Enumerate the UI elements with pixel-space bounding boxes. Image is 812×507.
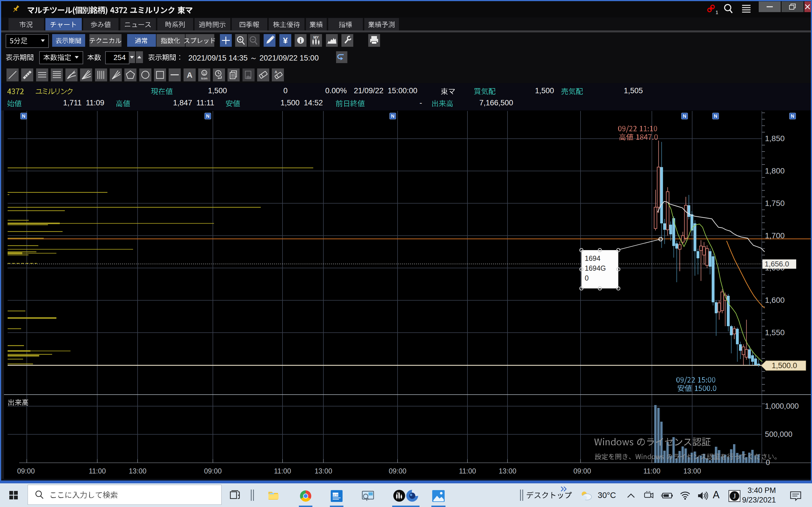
svg-text:i: i <box>300 37 301 44</box>
svg-text:13:00: 13:00 <box>683 467 701 475</box>
svg-text:A: A <box>187 71 192 79</box>
svg-text:0: 0 <box>766 458 770 467</box>
svg-text:N: N <box>206 114 209 119</box>
svg-text:N: N <box>22 114 26 119</box>
svg-text:13:00: 13:00 <box>499 467 516 475</box>
svg-text:09:00: 09:00 <box>389 467 407 475</box>
svg-text:1: 1 <box>716 10 718 15</box>
svg-text:N: N <box>791 114 794 119</box>
svg-text:1,600: 1,600 <box>765 296 784 304</box>
svg-text:11:00: 11:00 <box>459 467 476 475</box>
svg-text:J: J <box>733 492 736 500</box>
svg-text:¥: ¥ <box>283 36 288 45</box>
svg-text:1,700: 1,700 <box>765 231 784 240</box>
svg-text:0: 0 <box>585 274 589 282</box>
svg-text:1,850: 1,850 <box>765 134 784 143</box>
svg-text:1,500.0: 1,500.0 <box>772 361 797 370</box>
svg-text:N: N <box>683 114 686 119</box>
svg-text:09:00: 09:00 <box>17 467 35 475</box>
svg-text:N: N <box>391 114 395 119</box>
svg-text:500,000: 500,000 <box>765 430 793 439</box>
svg-text:1,000,000: 1,000,000 <box>765 402 799 410</box>
svg-text:09:00: 09:00 <box>573 467 591 475</box>
svg-text:11:00: 11:00 <box>274 467 291 475</box>
svg-text:icon: icon <box>201 76 207 80</box>
svg-text:09:00: 09:00 <box>204 467 222 475</box>
svg-text:N: N <box>714 114 717 119</box>
svg-text:1,800: 1,800 <box>765 166 784 175</box>
svg-text:12:00: 12:00 <box>333 494 339 496</box>
svg-text:11:00: 11:00 <box>89 467 106 475</box>
svg-text:11:00: 11:00 <box>644 467 661 475</box>
svg-text:13:00: 13:00 <box>129 467 147 475</box>
svg-text:1694G: 1694G <box>585 264 606 272</box>
svg-text:1,550: 1,550 <box>765 328 784 337</box>
svg-text:13:00: 13:00 <box>315 467 333 475</box>
svg-text:1,750: 1,750 <box>765 199 784 208</box>
svg-text:1,656.0: 1,656.0 <box>765 260 789 268</box>
svg-text:1694: 1694 <box>585 255 601 262</box>
svg-text:A: A <box>274 70 277 74</box>
